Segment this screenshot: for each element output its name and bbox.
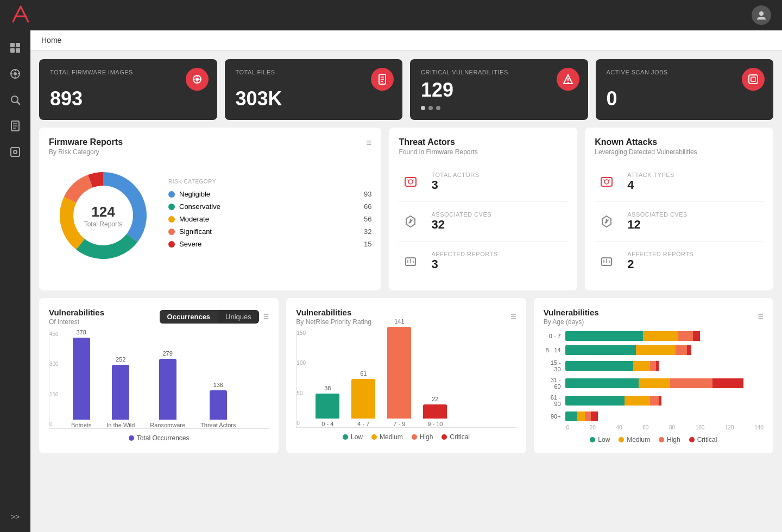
legend-item: Low xyxy=(590,436,610,444)
legend-item: Moderate56 xyxy=(168,215,371,223)
age-row: 0 - 7 xyxy=(544,331,764,341)
age-row: 31 - 60 xyxy=(544,377,764,390)
user-avatar[interactable] xyxy=(752,5,771,25)
age-menu[interactable]: ≡ xyxy=(758,311,764,322)
stat-card-firmware-images: TOTAL FIRMWARE IMAGES 893 xyxy=(39,59,217,120)
bar xyxy=(159,359,176,420)
content-area: Home TOTAL FIRMWARE IMAGES 893 TOTAL FIL… xyxy=(30,30,782,532)
panels-row: Firmware Reports By Risk Category ≡ 124 … xyxy=(39,128,773,290)
occurrences-tab-group: Occurrences Uniques xyxy=(160,310,259,324)
svg-line-15 xyxy=(17,102,20,105)
age-bar xyxy=(565,378,764,388)
bar-group: 279 Ransomware xyxy=(150,350,185,428)
sidebar-item-scan[interactable] xyxy=(4,141,26,163)
critical-vuln-icon xyxy=(557,68,579,91)
svg-point-3 xyxy=(759,11,764,16)
svg-rect-37 xyxy=(405,178,416,186)
bar-group: 61 4 - 7 xyxy=(351,370,375,427)
svg-point-34 xyxy=(567,82,568,83)
bar xyxy=(316,394,339,419)
topbar xyxy=(0,0,782,30)
ta-icon xyxy=(595,210,619,233)
legend-item: Conservative66 xyxy=(168,202,371,211)
files-icon xyxy=(371,68,394,91)
legend-item: Medium xyxy=(619,436,650,444)
netrise-menu[interactable]: ≡ xyxy=(510,311,516,322)
svg-point-23 xyxy=(195,78,199,81)
ta-icon xyxy=(399,210,422,233)
breadcrumb: Home xyxy=(30,30,782,50)
legend-item: Total Occurrences xyxy=(129,434,190,442)
age-bar xyxy=(565,345,764,355)
bar xyxy=(423,404,447,419)
svg-rect-36 xyxy=(751,77,755,81)
ta-stat-info: ATTACK TYPES 4 xyxy=(627,172,764,192)
ta-stat-row: ATTACK TYPES 4 xyxy=(595,162,764,202)
svg-rect-35 xyxy=(749,75,758,84)
logo xyxy=(11,4,30,26)
svg-line-50 xyxy=(608,180,610,181)
age-bar-chart: 0 - 7 8 - 14 15 - 30 31 - 60 xyxy=(544,331,764,444)
legend-item: High xyxy=(659,436,680,444)
tab-occurrences[interactable]: Occurrences xyxy=(160,310,218,324)
bar xyxy=(112,365,129,420)
bar-group: 378 Botnets xyxy=(71,329,91,428)
vuln-netrise-panel: Vulnerabilities By NetRise Priority Rati… xyxy=(286,298,526,453)
stat-card-total-files: TOTAL FILES 303K xyxy=(225,59,403,120)
legend-item: High xyxy=(412,433,433,441)
bar-group: 252 In the Wild xyxy=(106,356,135,428)
svg-rect-4 xyxy=(10,43,15,47)
svg-rect-47 xyxy=(601,178,612,186)
ta-stat-row: AFFECTED REPORTS 3 xyxy=(399,242,567,281)
occurrences-menu[interactable]: ≡ xyxy=(263,311,269,322)
firmware-reports-panel: Firmware Reports By Risk Category ≡ 124 … xyxy=(39,128,381,290)
svg-line-49 xyxy=(603,180,605,181)
age-row: 90+ xyxy=(544,411,764,421)
donut-chart: 124 Total Reports xyxy=(49,161,157,270)
sidebar-item-firmware[interactable] xyxy=(4,63,26,85)
netrise-bar-chart: 150100500 38 0 - 461 4 - 7141 7 - 922 9 … xyxy=(296,330,516,441)
card-dots xyxy=(421,106,577,110)
bar xyxy=(351,379,375,419)
stat-card-critical-vuln: CRITICAL VULNERABILITIES 129 xyxy=(410,59,588,120)
legend-item: Significant32 xyxy=(168,227,371,236)
svg-line-39 xyxy=(407,180,409,181)
svg-rect-6 xyxy=(10,48,15,53)
ta-icon xyxy=(399,249,422,273)
ta-stat-row: TOTAL ACTORS 3 xyxy=(399,162,567,202)
bar xyxy=(210,390,227,420)
svg-line-40 xyxy=(412,180,414,181)
sidebar-item-search[interactable] xyxy=(4,89,26,111)
age-row: 8 - 14 xyxy=(544,345,764,355)
ta-stat-row: ASSOCIATED CVES 32 xyxy=(399,202,567,242)
bar xyxy=(387,327,411,419)
legend-item: Low xyxy=(343,433,363,441)
vuln-occurrences-panel: Vulnerabilities Of Interest Occurrences … xyxy=(39,298,279,453)
age-bar xyxy=(565,331,764,341)
ta-stat-info: ASSOCIATED CVES 12 xyxy=(627,211,764,232)
sidebar-item-dashboard[interactable] xyxy=(4,37,26,59)
scan-icon xyxy=(742,68,765,91)
bar-group: 38 0 - 4 xyxy=(316,385,339,427)
firmware-panel-menu[interactable]: ≡ xyxy=(366,137,372,149)
stat-cards-row: TOTAL FIRMWARE IMAGES 893 TOTAL FILES 30… xyxy=(39,59,773,120)
known-attacks-panel: Known Attacks Leveraging Detected Vulner… xyxy=(585,128,773,290)
svg-point-21 xyxy=(14,150,17,154)
legend-item: Medium xyxy=(371,433,403,441)
bar-group: 136 Threat Actors xyxy=(200,382,236,428)
sidebar-item-reports[interactable] xyxy=(4,115,26,137)
age-bar xyxy=(565,396,764,406)
firmware-icon xyxy=(186,68,209,91)
svg-rect-7 xyxy=(16,48,20,53)
svg-line-1 xyxy=(21,7,28,22)
tab-uniques[interactable]: Uniques xyxy=(218,310,259,324)
age-row: 15 - 30 xyxy=(544,359,764,372)
breadcrumb-label: Home xyxy=(41,36,61,45)
legend-item: Severe15 xyxy=(168,240,371,248)
bar xyxy=(73,338,90,420)
age-bar xyxy=(565,411,764,421)
ta-icon xyxy=(595,170,619,194)
ta-stat-row: AFFECTED REPORTS 2 xyxy=(595,242,764,281)
sidebar-expand[interactable]: >> xyxy=(7,508,24,525)
charts-row: Vulnerabilities Of Interest Occurrences … xyxy=(39,298,773,453)
